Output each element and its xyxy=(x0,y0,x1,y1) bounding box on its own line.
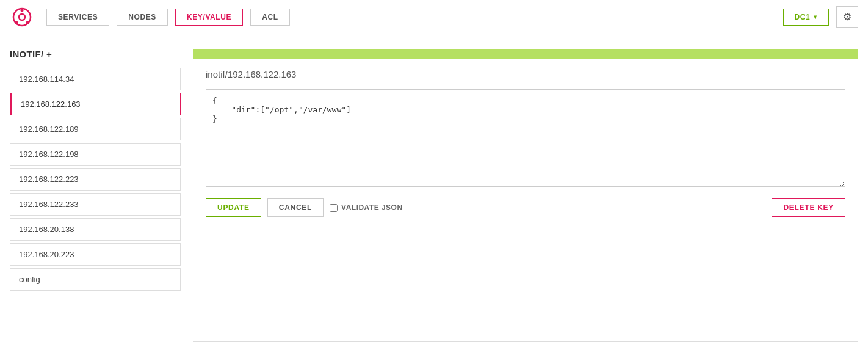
list-item[interactable]: config xyxy=(10,268,181,291)
validate-json-label[interactable]: VALIDATE JSON xyxy=(341,203,402,212)
key-path: inotif/192.168.122.163 xyxy=(206,69,845,79)
nav-nodes[interactable]: NODES xyxy=(117,9,168,26)
list-item[interactable]: 192.168.122.198 xyxy=(10,143,181,166)
update-button[interactable]: UPDATE xyxy=(206,198,261,217)
validate-json-checkbox[interactable] xyxy=(330,204,338,212)
svg-point-4 xyxy=(15,21,18,24)
nav-acl[interactable]: ACL xyxy=(250,9,289,26)
list-item[interactable]: 192.168.122.189 xyxy=(10,118,181,140)
svg-point-1 xyxy=(19,14,25,20)
delete-key-button[interactable]: DELETE KEY xyxy=(772,198,845,217)
detail-panel: inotif/192.168.122.163 UPDATE CANCEL VAL… xyxy=(193,49,858,342)
settings-button[interactable]: ⚙ xyxy=(836,6,858,28)
chevron-down-icon: ▾ xyxy=(814,13,817,20)
cancel-button[interactable]: CANCEL xyxy=(267,198,324,217)
top-bar-accent xyxy=(193,49,858,59)
main-content: INOTIF/ + 192.168.114.34192.168.122.1631… xyxy=(0,34,868,342)
list-item[interactable]: 192.168.122.163 xyxy=(10,93,181,115)
detail-body: inotif/192.168.122.163 UPDATE CANCEL VAL… xyxy=(193,59,858,227)
list-item[interactable]: 192.168.122.223 xyxy=(10,168,181,191)
app-logo xyxy=(10,5,34,29)
nav-keyvalue[interactable]: KEY/VALUE xyxy=(175,9,243,26)
dc-label: DC1 xyxy=(795,13,811,21)
gear-icon: ⚙ xyxy=(843,11,852,23)
svg-point-2 xyxy=(21,9,24,12)
svg-point-3 xyxy=(26,21,29,24)
list-item[interactable]: 192.168.122.233 xyxy=(10,193,181,216)
validate-json-row: VALIDATE JSON xyxy=(330,203,402,212)
list-item[interactable]: 192.168.20.223 xyxy=(10,243,181,266)
header: SERVICES NODES KEY/VALUE ACL DC1 ▾ ⚙ xyxy=(0,0,868,34)
action-row: UPDATE CANCEL VALIDATE JSON DELETE KEY xyxy=(206,198,845,217)
left-panel: INOTIF/ + 192.168.114.34192.168.122.1631… xyxy=(10,49,181,342)
value-editor[interactable] xyxy=(206,89,845,187)
dc-selector[interactable]: DC1 ▾ xyxy=(783,9,829,26)
list-item[interactable]: 192.168.114.34 xyxy=(10,68,181,90)
list-item[interactable]: 192.168.20.138 xyxy=(10,218,181,241)
key-list: 192.168.114.34192.168.122.163192.168.122… xyxy=(10,68,181,291)
nav-services[interactable]: SERVICES xyxy=(46,9,109,26)
panel-title: INOTIF/ + xyxy=(10,49,181,59)
